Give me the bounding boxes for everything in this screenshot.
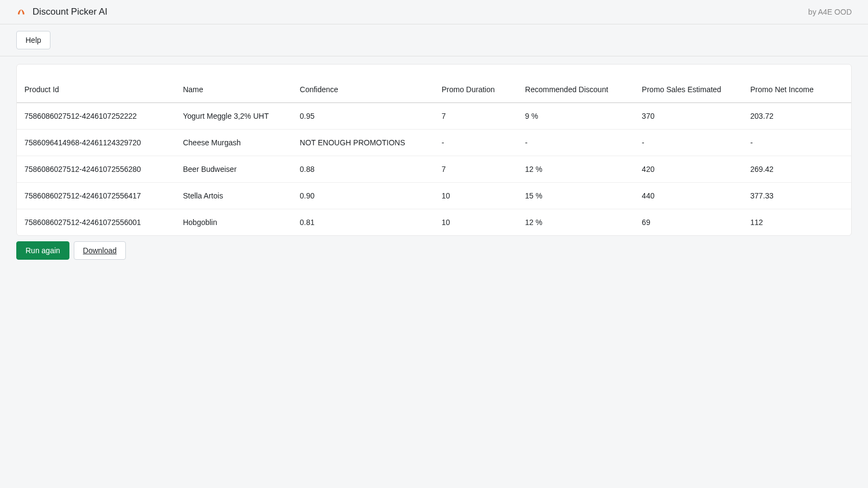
header-promo-sales-estimated: Promo Sales Estimated [634, 65, 743, 103]
cell-name: Hobgoblin [175, 209, 292, 236]
header-confidence: Confidence [292, 65, 434, 103]
cell-recommended-discount: 12 % [518, 209, 634, 236]
table-header-row: Product Id Name Confidence Promo Duratio… [17, 65, 851, 103]
cell-product-id: 7586086027512-42461072556417 [17, 183, 175, 209]
cell-confidence: 0.90 [292, 183, 434, 209]
cell-name: Yogurt Meggle 3,2% UHT [175, 103, 292, 130]
table-row: 7586096414968-42461124329720Cheese Murga… [17, 130, 851, 156]
cell-recommended-discount: 15 % [518, 183, 634, 209]
cell-promo-net-income: 203.72 [743, 103, 851, 130]
header: Discount Picker AI by A4E OOD [0, 0, 868, 24]
cell-name: Cheese Murgash [175, 130, 292, 156]
help-button[interactable]: Help [16, 31, 50, 49]
download-button[interactable]: Download [74, 241, 126, 260]
app-logo-icon [16, 7, 26, 17]
cell-confidence: NOT ENOUGH PROMOTIONS [292, 130, 434, 156]
cell-promo-duration: 10 [434, 183, 518, 209]
cell-promo-sales-estimated: 69 [634, 209, 743, 236]
cell-promo-duration: 7 [434, 156, 518, 183]
cell-promo-sales-estimated: 440 [634, 183, 743, 209]
header-recommended-discount: Recommended Discount [518, 65, 634, 103]
cell-recommended-discount: - [518, 130, 634, 156]
cell-promo-sales-estimated: 420 [634, 156, 743, 183]
cell-recommended-discount: 12 % [518, 156, 634, 183]
results-card: Product Id Name Confidence Promo Duratio… [16, 64, 852, 236]
cell-confidence: 0.88 [292, 156, 434, 183]
actions-bar: Run again Download [16, 241, 852, 260]
run-again-button[interactable]: Run again [16, 241, 69, 260]
cell-promo-sales-estimated: - [634, 130, 743, 156]
cell-recommended-discount: 9 % [518, 103, 634, 130]
app-title: Discount Picker AI [33, 7, 107, 17]
toolbar: Help [0, 24, 868, 56]
cell-confidence: 0.81 [292, 209, 434, 236]
table-row: 7586086027512-42461072556417Stella Artoi… [17, 183, 851, 209]
header-promo-duration: Promo Duration [434, 65, 518, 103]
cell-promo-net-income: 112 [743, 209, 851, 236]
cell-product-id: 7586086027512-4246107252222 [17, 103, 175, 130]
header-name: Name [175, 65, 292, 103]
header-promo-net-income: Promo Net Income [743, 65, 851, 103]
table-row: 7586086027512-4246107252222Yogurt Meggle… [17, 103, 851, 130]
table-row: 7586086027512-42461072556280Beer Budweis… [17, 156, 851, 183]
table-row: 7586086027512-42461072556001Hobgoblin0.8… [17, 209, 851, 236]
cell-promo-net-income: - [743, 130, 851, 156]
cell-promo-duration: 10 [434, 209, 518, 236]
cell-product-id: 7586086027512-42461072556001 [17, 209, 175, 236]
header-left: Discount Picker AI [16, 7, 107, 17]
header-product-id: Product Id [17, 65, 175, 103]
header-byline: by A4E OOD [808, 8, 852, 16]
cell-promo-duration: - [434, 130, 518, 156]
cell-promo-net-income: 377.33 [743, 183, 851, 209]
results-table: Product Id Name Confidence Promo Duratio… [17, 65, 851, 235]
cell-product-id: 7586096414968-42461124329720 [17, 130, 175, 156]
cell-promo-net-income: 269.42 [743, 156, 851, 183]
cell-promo-duration: 7 [434, 103, 518, 130]
cell-name: Beer Budweiser [175, 156, 292, 183]
cell-product-id: 7586086027512-42461072556280 [17, 156, 175, 183]
cell-confidence: 0.95 [292, 103, 434, 130]
cell-name: Stella Artois [175, 183, 292, 209]
cell-promo-sales-estimated: 370 [634, 103, 743, 130]
content: Product Id Name Confidence Promo Duratio… [0, 56, 868, 276]
